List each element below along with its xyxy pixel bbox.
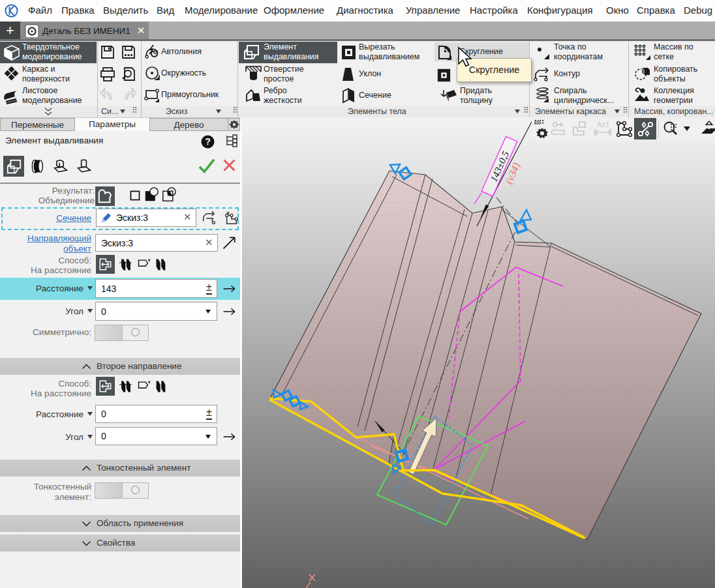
svg-text:?: ?	[205, 136, 211, 147]
svg-text:A±1: A±1	[597, 121, 610, 128]
